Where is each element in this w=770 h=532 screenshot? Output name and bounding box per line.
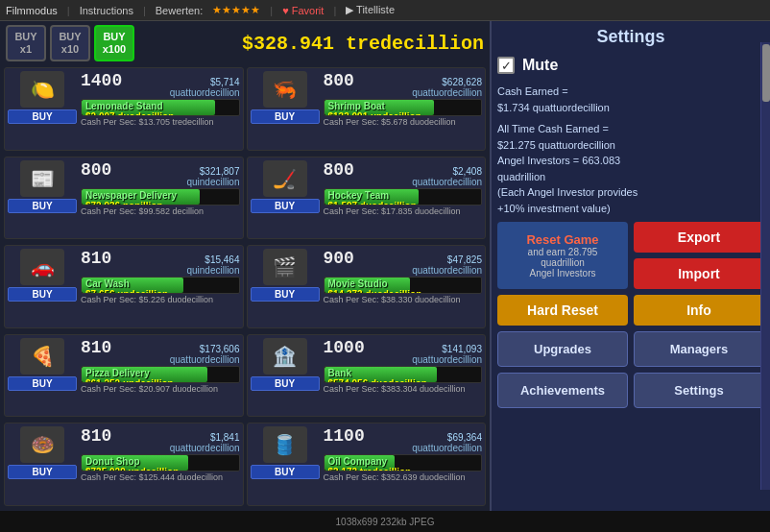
biz-progress-label-bank: Bank$574.956 duodecillion — [328, 368, 427, 383]
topbar: Filmmodus | Instructions | Bewerten: ★★★… — [0, 0, 770, 21]
buy-x1-button[interactable]: BUY x1 — [6, 25, 46, 61]
biz-right-shrimp: 800 $628,628quattuordecillion Shrimp Boa… — [324, 71, 483, 127]
biz-cash-per-sec-pizza: Cash Per Sec: $20.907 duodecillion — [81, 384, 240, 394]
biz-right-movie: 900 $47,825quattuordecillion Movie Studi… — [324, 249, 483, 304]
biz-right-donut: 810 $1,841quattuordecillion Donut Shop$7… — [81, 426, 240, 482]
main-layout: BUY x1 BUY x10 BUY x100 $328.941 tredeci… — [0, 21, 770, 511]
reset-game-title: Reset Game — [526, 232, 598, 247]
mute-row[interactable]: ✓ Mute — [497, 57, 764, 74]
biz-left-movie: 🎬 BUY — [251, 249, 320, 302]
biz-progress-shrimp: Shrimp Boat$133.091 undecillion — [324, 99, 483, 116]
biz-progress-label-oil: Oil Company$3.173 tredecillion — [328, 456, 412, 472]
angel-investors-label: Angel Investors = 663.083 — [497, 153, 764, 169]
biz-count-lemonade: 1400 — [81, 71, 122, 90]
hard-reset-button[interactable]: Hard Reset — [497, 295, 628, 326]
stars-display[interactable]: ★★★★★ — [212, 4, 260, 16]
biz-buy-btn-lemonade[interactable]: BUY — [8, 109, 77, 124]
reset-export-block: Reset Game and earn 28.795quadrillionAng… — [497, 222, 764, 289]
biz-icon-lemonade: 🍋 — [20, 71, 64, 108]
biz-left-lemonade: 🍋 BUY — [8, 71, 77, 124]
reset-game-button[interactable]: Reset Game and earn 28.795quadrillionAng… — [497, 222, 628, 289]
export-import-col: Export Import — [634, 222, 764, 289]
managers-button[interactable]: Managers — [634, 331, 764, 367]
mute-label: Mute — [522, 57, 558, 74]
biz-progress-newspaper: Newspaper Delivery$72.936 nonillion — [81, 188, 240, 206]
biz-cost-oil: $69,364quattuordecillion — [412, 432, 482, 453]
business-item-oil: 🛢️ BUY 1100 $69,364quattuordecillion Oil… — [247, 423, 487, 506]
biz-cost-donut: $1,841quattuordecillion — [170, 432, 240, 453]
import-button[interactable]: Import — [634, 258, 764, 289]
biz-cost-movie: $47,825quattuordecillion — [412, 254, 482, 276]
biz-cash-per-sec-carwash: Cash Per Sec: $5.226 duodecillion — [81, 295, 240, 304]
biz-progress-donut: Donut Shop$735.029 undecillion — [81, 454, 240, 472]
biz-progress-label-carwash: Car Wash$7.656 undecillion — [85, 278, 168, 294]
biz-buy-btn-movie[interactable]: BUY — [251, 287, 320, 302]
business-item-carwash: 🚗 BUY 810 $15,464quindecillion Car Wash$… — [4, 245, 244, 328]
titelliste-btn[interactable]: ▶ Titelliste — [346, 4, 395, 16]
biz-cost-newspaper: $321,807quindecillion — [186, 166, 239, 187]
upgrades-button[interactable]: Upgrades — [497, 331, 628, 367]
biz-progress-hockey: Hockey Team$1.597 duodecillion — [324, 188, 483, 206]
biz-progress-label-shrimp: Shrimp Boat$133.091 undecillion — [328, 101, 421, 116]
biz-cash-per-sec-lemonade: Cash Per Sec: $13.705 tredecillion — [81, 117, 240, 127]
buy-x100-button[interactable]: BUY x100 — [94, 25, 134, 61]
biz-progress-label-newspaper: Newspaper Delivery$72.936 nonillion — [85, 190, 177, 206]
buy-header: BUY x1 BUY x10 BUY x100 $328.941 tredeci… — [0, 21, 490, 65]
biz-progress-lemonade: Lemonade Stand$2.007 duodecillion — [81, 99, 240, 116]
biz-icon-carwash: 🚗 — [20, 249, 64, 285]
biz-right-carwash: 810 $15,464quindecillion Car Wash$7.656 … — [81, 249, 240, 304]
biz-progress-label-lemonade: Lemonade Stand$2.007 duodecillion — [85, 101, 174, 116]
settings-button[interactable]: Settings — [634, 373, 764, 408]
biz-cash-per-sec-newspaper: Cash Per Sec: $99.582 decillion — [81, 206, 240, 216]
biz-count-oil: 1100 — [324, 426, 365, 446]
biz-count-bank: 1000 — [324, 338, 365, 357]
scroll-thumb[interactable] — [762, 44, 770, 102]
biz-progress-pizza: Pizza Delivery$61.252 undecillion — [81, 366, 240, 383]
biz-right-hockey: 800 $2,408quattuordecillion Hockey Team$… — [324, 160, 483, 216]
business-item-movie: 🎬 BUY 900 $47,825quattuordecillion Movie… — [247, 245, 487, 328]
mute-checkbox[interactable]: ✓ — [497, 57, 515, 74]
biz-cost-shrimp: $628,628quattuordecillion — [412, 77, 482, 98]
info-button[interactable]: Info — [634, 295, 764, 326]
biz-top-row-newspaper: 800 $321,807quindecillion — [81, 160, 240, 187]
business-item-lemonade: 🍋 BUY 1400 $5,714quattuordecillion Lemon… — [4, 67, 244, 151]
favorit-btn[interactable]: ♥ Favorit — [282, 5, 324, 16]
biz-progress-bank: Bank$574.956 duodecillion — [324, 366, 483, 383]
biz-top-row-shrimp: 800 $628,628quattuordecillion — [324, 71, 483, 98]
biz-progress-movie: Movie Studio$14.373 duodecillion — [324, 277, 483, 294]
biz-buy-btn-bank[interactable]: BUY — [251, 376, 320, 391]
business-item-donut: 🍩 BUY 810 $1,841quattuordecillion Donut … — [4, 423, 244, 506]
biz-top-row-movie: 900 $47,825quattuordecillion — [324, 249, 483, 276]
biz-right-lemonade: 1400 $5,714quattuordecillion Lemonade St… — [81, 71, 240, 127]
biz-buy-btn-hockey[interactable]: BUY — [251, 199, 320, 213]
biz-left-newspaper: 📰 BUY — [8, 160, 77, 213]
biz-icon-newspaper: 📰 — [20, 160, 64, 197]
biz-left-hockey: 🏒 BUY — [251, 160, 320, 213]
biz-progress-label-donut: Donut Shop$735.029 undecillion — [85, 456, 179, 472]
biz-buy-btn-pizza[interactable]: BUY — [8, 376, 77, 391]
settings-title: Settings — [497, 27, 764, 47]
biz-cost-bank: $141,093quattuordecillion — [412, 344, 482, 365]
biz-icon-hockey: 🏒 — [263, 160, 307, 197]
filmmode-btn[interactable]: Filmmodus — [6, 5, 58, 16]
bewerten-label: Bewerten: — [156, 5, 204, 16]
achievements-button[interactable]: Achievements — [497, 373, 628, 408]
cash-earned-label: Cash Earned = — [497, 84, 764, 100]
biz-buy-btn-oil[interactable]: BUY — [251, 465, 320, 479]
biz-count-shrimp: 800 — [324, 71, 354, 90]
instructions-btn[interactable]: Instructions — [80, 5, 133, 16]
biz-top-row-hockey: 800 $2,408quattuordecillion — [324, 160, 483, 187]
angel-note2: +10% investment value) — [497, 201, 764, 217]
buy-x10-button[interactable]: BUY x10 — [50, 25, 90, 61]
biz-buy-btn-shrimp[interactable]: BUY — [251, 109, 320, 124]
biz-cash-per-sec-shrimp: Cash Per Sec: $5.678 duodecillion — [324, 117, 483, 127]
biz-buy-btn-newspaper[interactable]: BUY — [8, 199, 77, 213]
export-button[interactable]: Export — [634, 222, 764, 253]
biz-left-shrimp: 🦐 BUY — [251, 71, 320, 124]
biz-buy-btn-carwash[interactable]: BUY — [8, 287, 77, 302]
stats-block: Cash Earned = $1.734 quattuordecillion A… — [497, 84, 764, 216]
total-cash-display: $328.941 tredecillion — [138, 33, 484, 55]
right-scrollbar[interactable] — [760, 42, 770, 490]
biz-icon-pizza: 🍕 — [20, 338, 64, 375]
biz-buy-btn-donut[interactable]: BUY — [8, 465, 77, 479]
